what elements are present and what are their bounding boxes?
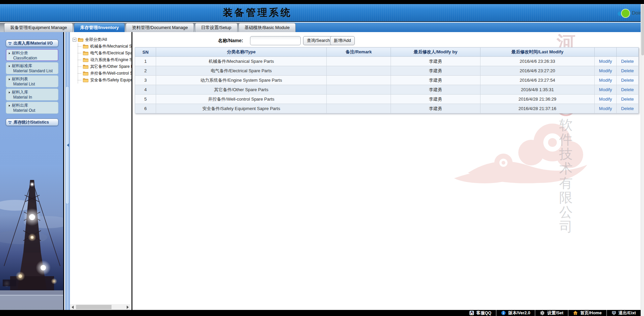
delete-link[interactable]: Delete xyxy=(621,78,634,83)
search-button[interactable]: 查询/Search xyxy=(303,36,333,45)
column-header: 备注/Remark xyxy=(327,48,391,57)
sidebar-item-material-in[interactable]: 材料入库Material In xyxy=(6,88,58,101)
statusbar-item-label: 客服QQ xyxy=(476,310,491,316)
modify-link[interactable]: Modify xyxy=(599,97,612,102)
cell-modify-by: 李建勇 xyxy=(391,66,480,76)
tree-node[interactable]: 动力系统备件/Engine System Spare Parts xyxy=(73,56,131,63)
tree-collapse-icon[interactable] xyxy=(73,38,76,42)
table-row: 6安全备件/Safety Equipment Sapre Parts李建勇201… xyxy=(135,104,639,113)
statusbar-item-label: 首页/Home xyxy=(580,310,601,316)
category-tree-panel: 全部分类/All 机械备件/Mechanical Spare Parts 电气备… xyxy=(70,32,132,310)
sidebar-item-en-label: Material In xyxy=(9,95,58,100)
scrollbar-thumb[interactable] xyxy=(76,305,112,309)
tab-inventory[interactable]: 库存管理/Inventory xyxy=(74,23,125,32)
scroll-right-icon[interactable] xyxy=(127,306,129,309)
group-sparkle-icon xyxy=(8,42,12,45)
delete-link[interactable]: Delete xyxy=(621,68,634,73)
statusbar-item-exit[interactable]: 退出/Eixt xyxy=(606,310,641,316)
cell-type: 安全备件/Safety Equipment Sapre Parts xyxy=(156,104,327,113)
sidebar-group-material-io[interactable]: 出库入库/Material I/O xyxy=(6,40,58,47)
scroll-left-icon[interactable] xyxy=(72,306,74,309)
watermark-char: 术 xyxy=(553,161,578,176)
group-sparkle-icon xyxy=(8,121,12,124)
modify-link[interactable]: Modify xyxy=(599,87,612,92)
modify-link[interactable]: Modify xyxy=(599,78,612,83)
tab-equipment-manage[interactable]: 装备管理/Equipment Manage xyxy=(4,23,73,32)
sidebar-menu: 出库入库/Material I/O材料分类Classification材料标准库… xyxy=(0,40,63,126)
banner-texture xyxy=(0,4,641,21)
statusbar-item-qq[interactable]: 客服QQ xyxy=(465,310,496,316)
tree-node-root[interactable]: 全部分类/All xyxy=(73,36,131,43)
app-window: 装备管理系统 Doing 装备管理/Equipment Manage库存管理/I… xyxy=(0,0,644,316)
cell-modify-action: Modify xyxy=(595,57,617,66)
statusbar-item-version[interactable]: 版本/Ver2.0 xyxy=(496,310,535,316)
status-items: 客服QQ 版本/Ver2.0 设置/Set 首页/Home 退出/Eixt xyxy=(465,310,641,316)
splitter-handle[interactable] xyxy=(66,86,69,204)
sidebar-item-material-standard-list[interactable]: 材料标准库Material Standard List xyxy=(6,62,58,74)
add-button[interactable]: 新增/Add xyxy=(330,36,355,45)
column-header: 最后修改时间/Last Modify xyxy=(480,48,595,57)
table-row: 3动力系统备件/Engine System Spare Parts李建勇2016… xyxy=(135,76,639,85)
page-title: 装备管理系统 xyxy=(223,4,292,21)
tree-node[interactable]: 井控备件/Well-control Spare Parts xyxy=(73,70,131,77)
top-black-strip xyxy=(0,0,644,4)
sidebar-item-zh-label: 材料出库 xyxy=(9,103,58,108)
sidebar-item-material-list[interactable]: 材料列表Material List xyxy=(6,75,58,87)
sidebar-item-zh-label: 材料标准库 xyxy=(9,63,58,69)
sidebar-item-classification[interactable]: 材料分类Classification xyxy=(6,49,58,61)
modify-link[interactable]: Modify xyxy=(599,59,612,64)
panel-splitter[interactable] xyxy=(65,32,70,310)
watermark-char: 软 xyxy=(553,118,578,132)
delete-link[interactable]: Delete xyxy=(621,59,634,64)
watermark-char: 司 xyxy=(553,219,578,234)
sidebar-item-zh-label: 材料分类 xyxy=(9,50,58,56)
page-vertical-scrollbar[interactable] xyxy=(641,4,644,316)
modify-link[interactable]: Modify xyxy=(599,106,612,111)
cloud-watermark-graphic xyxy=(449,115,598,194)
tree-node[interactable]: 安全备件/Safety Equipment Sapre Parts xyxy=(73,77,131,83)
sidebar: 出库入库/Material I/O材料分类Classification材料标准库… xyxy=(0,32,64,310)
folder-icon xyxy=(83,64,89,69)
watermark-char: 有 xyxy=(553,176,578,190)
cell-delete-action: Delete xyxy=(617,76,639,85)
tab-bar: 装备管理/Equipment Manage库存管理/Inventory资料管理/… xyxy=(0,23,641,32)
oil-rig-photo xyxy=(0,165,63,310)
folder-icon xyxy=(83,44,89,49)
sidebar-group-statistics[interactable]: 库存统计/Statistics xyxy=(6,119,58,126)
tree-node[interactable]: 其它备件/Other Spare Parts xyxy=(73,63,131,70)
status-bar: 客服QQ 版本/Ver2.0 设置/Set 首页/Home 退出/Eixt xyxy=(0,310,641,316)
cell-sn: 3 xyxy=(135,76,156,85)
cell-remark xyxy=(327,104,391,113)
tree-node[interactable]: 电气备件/Electrical Spare Parts xyxy=(73,50,131,56)
tab-basic-module[interactable]: 基础模块/Basic Module xyxy=(239,23,296,32)
statusbar-item-settings[interactable]: 设置/Set xyxy=(535,310,568,316)
delete-link[interactable]: Delete xyxy=(621,87,634,92)
collapse-arrow-icon xyxy=(67,143,69,147)
cell-last-modify: 2016/4/28 21:37:16 xyxy=(480,104,595,113)
cell-type: 动力系统备件/Engine System Spare Parts xyxy=(156,76,327,85)
sidebar-item-en-label: Material Standard List xyxy=(9,69,58,74)
column-header: 最后修改人/Modify by xyxy=(391,48,480,57)
tree-horizontal-scrollbar[interactable] xyxy=(70,304,130,310)
tab-document-manage[interactable]: 资料管理/Document Manage xyxy=(126,23,194,32)
vertical-scrollbar-thumb[interactable] xyxy=(641,5,644,55)
sidebar-item-material-out[interactable]: 材料出库Material Out xyxy=(6,102,58,114)
tree-node[interactable]: 机械备件/Mechanical Spare Parts xyxy=(73,43,131,50)
info-icon xyxy=(501,311,506,315)
table-row: 4其它备件/Other Spare Parts李建勇2016/4/8 1:35:… xyxy=(135,85,639,95)
statusbar-item-home[interactable]: 首页/Home xyxy=(568,310,606,316)
cell-last-modify: 2016/4/28 21:36:29 xyxy=(480,95,595,104)
tabs-row: 装备管理/Equipment Manage库存管理/Inventory资料管理/… xyxy=(4,23,296,32)
cell-type: 其它备件/Other Spare Parts xyxy=(156,85,327,95)
delete-link[interactable]: Delete xyxy=(621,97,634,102)
tab-setup[interactable]: 日常设置/Setup xyxy=(195,23,238,32)
tree-node-label: 井控备件/Well-control Spare Parts xyxy=(90,70,131,77)
item-arrow-icon xyxy=(9,91,10,94)
watermark-char: 件 xyxy=(553,132,578,147)
column-header: SN xyxy=(135,48,156,57)
delete-link[interactable]: Delete xyxy=(621,106,634,111)
name-search-input[interactable] xyxy=(250,36,301,45)
cell-sn: 2 xyxy=(135,66,156,76)
modify-link[interactable]: Modify xyxy=(599,68,612,73)
category-table: SN分类名称/Type备注/Remark最后修改人/Modify by最后修改时… xyxy=(135,47,639,113)
